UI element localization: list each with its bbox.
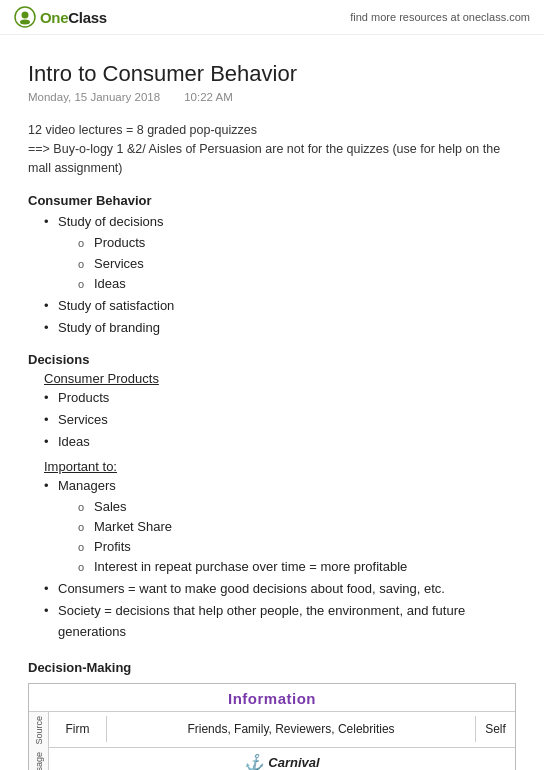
managers-sub-list: Sales Market Share Profits Interest in r… [58, 497, 516, 578]
svg-point-1 [22, 12, 29, 19]
page-meta: Monday, 15 January 2018 10:22 AM [28, 91, 516, 103]
sub-item-services: Services [78, 254, 516, 274]
list-item-satisfaction: Study of satisfaction [44, 296, 516, 316]
decisions-services: Services [44, 410, 516, 430]
firm-cell: Firm [49, 716, 107, 742]
decision-making-heading: Decision-Making [28, 660, 516, 675]
main-content: Intro to Consumer Behavior Monday, 15 Ja… [0, 35, 544, 770]
logo-text: OneClass [40, 9, 107, 26]
managers-item: Managers Sales Market Share Profits Inte… [44, 476, 516, 578]
decisions-sub-list: Products Services Ideas [58, 233, 516, 293]
sub-item-products: Products [78, 233, 516, 253]
self-cell: Self [475, 716, 515, 742]
page-title: Intro to Consumer Behavior [28, 61, 516, 87]
list-item-branding: Study of branding [44, 318, 516, 338]
carnival-logo: ⚓ Carnival [244, 753, 319, 770]
decision-making-section: Decision-Making Information Source Firm … [28, 660, 516, 770]
managers-sub-sales: Sales [78, 497, 516, 517]
managers-sub-market-share: Market Share [78, 517, 516, 537]
managers-sub-repeat: Interest in repeat purchase over time = … [78, 557, 516, 577]
logo: OneClass [14, 6, 107, 28]
info-header: Information [29, 684, 515, 711]
list-item-study-decisions: Study of decisions Products Services Ide… [44, 212, 516, 294]
logo-one: One [40, 9, 68, 26]
decision-making-diagram: Information Source Firm Friends, Family,… [28, 683, 516, 770]
consumer-behavior-heading: Consumer Behavior [28, 193, 516, 208]
decisions-important-list: Managers Sales Market Share Profits Inte… [28, 476, 516, 642]
decisions-main-list: Products Services Ideas [28, 388, 516, 452]
source-label: Source [34, 716, 44, 745]
consumer-behavior-section: Consumer Behavior Study of decisions Pro… [28, 193, 516, 338]
consumer-products-label: Consumer Products [44, 371, 159, 386]
decisions-products: Products [44, 388, 516, 408]
page-time: 10:22 AM [184, 91, 233, 103]
message-label: Message [34, 752, 44, 770]
logo-two: Class [68, 9, 107, 26]
intro-block: 12 video lectures = 8 graded pop-quizzes… [28, 121, 516, 177]
svg-point-2 [20, 20, 30, 25]
intro-line1: 12 video lectures = 8 graded pop-quizzes [28, 121, 516, 140]
managers-sub-profits: Profits [78, 537, 516, 557]
decisions-section: Decisions Consumer Products Products Ser… [28, 352, 516, 642]
oneclass-logo-icon [14, 6, 36, 28]
decisions-ideas: Ideas [44, 432, 516, 452]
important-to-label: Important to: [44, 459, 117, 474]
page-date: Monday, 15 January 2018 [28, 91, 160, 103]
top-bar: OneClass find more resources at oneclass… [0, 0, 544, 35]
society-item: Society = decisions that help other peop… [44, 601, 516, 641]
decisions-heading: Decisions [28, 352, 516, 367]
intro-line2: ==> Buy-o-logy 1 &2/ Aisles of Persuasio… [28, 140, 516, 178]
carnival-anchor-icon: ⚓ [244, 753, 264, 770]
consumer-behavior-list: Study of decisions Products Services Ide… [28, 212, 516, 338]
middle-cell: Friends, Family, Reviewers, Celebrities [107, 716, 475, 742]
carnival-label: Carnival [268, 755, 319, 770]
top-tagline: find more resources at oneclass.com [350, 11, 530, 23]
sub-item-ideas: Ideas [78, 274, 516, 294]
consumers-item: Consumers = want to make good decisions … [44, 579, 516, 599]
